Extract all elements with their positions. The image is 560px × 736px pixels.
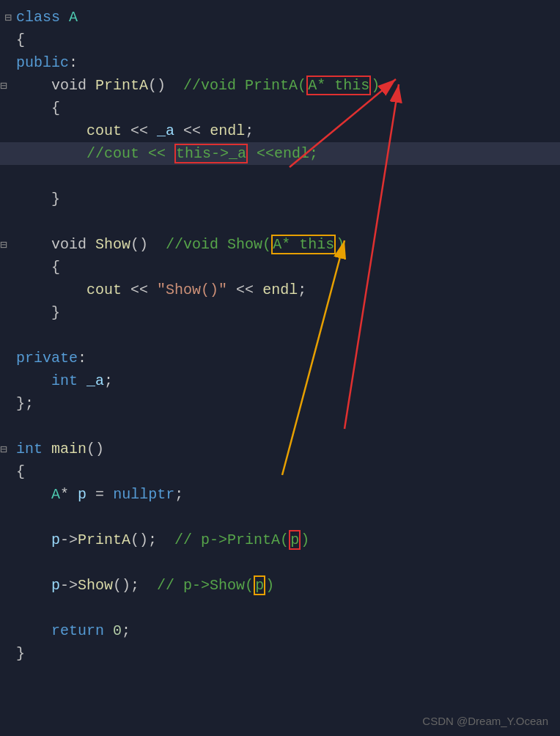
line-brace2: {: [0, 100, 60, 117]
line-cout-a: cout << _a << endl;: [0, 122, 254, 139]
watermark: CSDN @Dream_Y.Ocean: [422, 715, 548, 727]
line-show-call: p->Show(); // p->Show(p): [0, 577, 274, 594]
line-brace4: {: [0, 259, 60, 276]
line-empty3: [0, 418, 16, 435]
line-public: public:: [0, 54, 78, 71]
line-empty1: [0, 213, 16, 230]
line-brace3: }: [0, 191, 60, 207]
line-a-ptr: A* p = nullptr;: [0, 486, 183, 503]
line-printa-decl: ⊟ void PrintA() //void PrintA(A* this): [0, 77, 380, 94]
line-empty5: [0, 554, 16, 571]
line-int-a: int _a;: [0, 372, 113, 389]
line-int-main: ⊟int main(): [0, 441, 104, 457]
line-empty2: [0, 327, 16, 344]
line-brace5: }: [0, 304, 60, 321]
line-cout-this: //cout << this->_a <<endl;: [0, 142, 560, 165]
line-show-decl: ⊟ void Show() //void Show(A* this): [0, 236, 345, 253]
line-brace7: {: [0, 463, 25, 480]
line-brace1: {: [0, 32, 25, 48]
line-empty4: [0, 509, 16, 526]
line-brace8: }: [0, 645, 25, 662]
line-printa-call: p->PrintA(); // p->PrintA(p): [0, 531, 309, 548]
line-return: return 0;: [0, 622, 130, 639]
line-class: ⊟class A: [0, 9, 78, 26]
line-cout-show: cout << "Show()" << endl;: [0, 281, 306, 298]
line-private: private:: [0, 350, 86, 367]
line-brace6: };: [0, 395, 34, 412]
line-empty6: [0, 600, 16, 617]
